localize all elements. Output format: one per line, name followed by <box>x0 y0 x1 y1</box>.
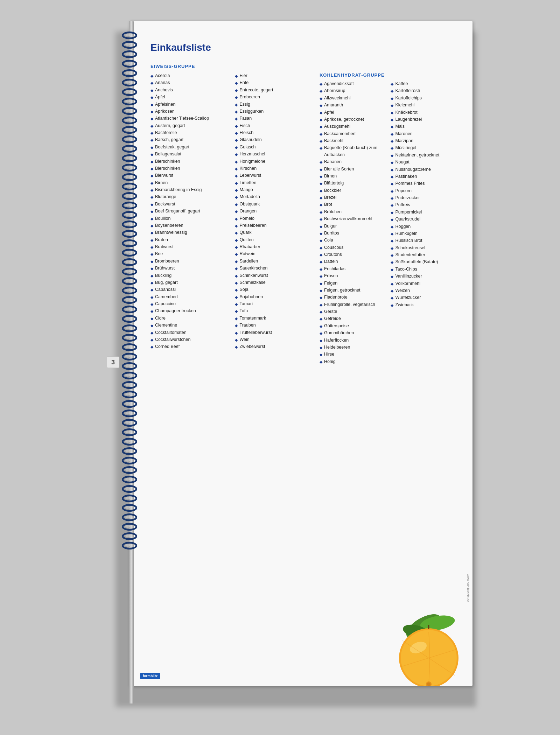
item-text: Trauben <box>239 322 309 329</box>
bullet-icon: ◆ <box>235 216 238 222</box>
list-item: ◆Bockbier <box>320 187 384 194</box>
bullet-icon: ◆ <box>150 223 153 229</box>
bullet-icon: ◆ <box>235 173 238 179</box>
bullet-icon: ◆ <box>235 137 238 143</box>
list-item: ◆Tofu <box>235 308 309 314</box>
list-item: ◆Soja <box>235 286 309 293</box>
item-text: Brezel <box>324 194 384 201</box>
tangerine-svg <box>360 606 472 686</box>
item-text: Brie <box>155 251 224 257</box>
list-item: ◆Amaranth <box>320 102 384 108</box>
list-item: ◆Kleiemehl <box>391 102 455 108</box>
list-item: ◆Anchovis <box>150 87 224 93</box>
bullet-icon: ◆ <box>235 280 238 286</box>
list-item: ◆Honigmelone <box>235 158 309 165</box>
list-item: ◆Beefsteak, gegart <box>150 144 224 150</box>
list-item: ◆Bug, gegart <box>150 279 224 286</box>
list-item: ◆Capuccino <box>150 301 224 307</box>
list-item: ◆Bulgur <box>320 223 384 230</box>
list-item: ◆Schinkenwurst <box>235 272 309 279</box>
item-text: Braten <box>155 237 224 243</box>
list-item: ◆Boysenbeeren <box>150 222 224 229</box>
item-text: Backcamembert <box>324 131 384 137</box>
item-text: Rumkugeln <box>395 230 455 237</box>
bullet-icon: ◆ <box>320 245 322 251</box>
item-text: Hirse <box>324 351 384 358</box>
list-item: ◆Puffreis <box>391 202 455 208</box>
item-text: Corned Beef <box>155 343 224 350</box>
bullet-icon: ◆ <box>150 244 153 250</box>
bullet-icon: ◆ <box>391 117 393 123</box>
list-item: ◆Blätterteig <box>320 180 384 187</box>
list-item: ◆Croutons <box>320 251 384 258</box>
item-text: Bockwurst <box>155 201 224 208</box>
list-item: ◆Glasnudeln <box>235 136 309 143</box>
list-item: ◆Nussnougatcreme <box>391 166 455 173</box>
list-item: ◆Gummibärchen <box>320 330 384 336</box>
item-text: Roggen <box>395 223 455 230</box>
bullet-icon: ◆ <box>235 88 238 93</box>
bullet-icon: ◆ <box>235 116 238 122</box>
list-item: ◆Bückling <box>150 272 224 279</box>
list-item: ◆Branntweinessig <box>150 229 224 236</box>
list-item: ◆Nektarinen, getrocknet <box>391 152 455 159</box>
list-item: ◆Ente <box>235 79 309 86</box>
bullet-icon: ◆ <box>235 330 238 336</box>
item-text: Capuccino <box>155 301 224 307</box>
list-item: ◆Enchiladas <box>320 266 384 272</box>
list-item: ◆Studentenfutter <box>391 252 455 258</box>
list-item: ◆Heidelbeeren <box>320 344 384 351</box>
item-text: Weizen <box>395 287 455 294</box>
bullet-icon: ◆ <box>235 230 238 236</box>
item-text: Popcorn <box>395 188 455 194</box>
item-text: Beefsteak, gegart <box>155 144 224 150</box>
item-text: Rotwein <box>239 251 309 257</box>
item-text: Frühlingsrolle, vegetarisch <box>324 301 384 308</box>
bullet-icon: ◆ <box>391 124 393 130</box>
list-item: ◆Honig <box>320 358 384 365</box>
list-item: ◆Brot <box>320 201 384 208</box>
list-item: ◆Rumkugeln <box>391 230 455 237</box>
list-item: ◆Corned Beef <box>150 343 224 350</box>
bullet-icon: ◆ <box>150 301 153 307</box>
bullet-icon: ◆ <box>150 230 153 236</box>
bullet-icon: ◆ <box>391 210 393 216</box>
list-item: ◆Ahornsirup <box>320 88 384 94</box>
item-text: Cidre <box>155 315 224 322</box>
item-text: Essiggurken <box>239 108 309 115</box>
item-text: Gulasch <box>239 144 309 150</box>
eiweiss-section: EIWEISS-GRUPPE ◆Acerola◆Ananas◆Anchovis◆… <box>150 64 455 365</box>
list-item: ◆Trüffelleberwurst <box>235 329 309 336</box>
bullet-icon: ◆ <box>391 217 393 223</box>
list-item: ◆Allzweckmehl <box>320 95 384 102</box>
list-item: ◆Aprikosen <box>150 108 224 115</box>
item-text: Mango <box>239 187 309 193</box>
bullet-icon: ◆ <box>391 245 393 251</box>
list-item: ◆Kartoffelrösti <box>391 88 455 94</box>
kohlenhydrat-block: KOHLENHYDRAT-GRUPPE ◆Agavendicksaft◆Ahor… <box>320 72 455 365</box>
bullet-icon: ◆ <box>150 88 153 93</box>
item-text: Ananas <box>155 79 224 86</box>
bullet-icon: ◆ <box>320 117 322 123</box>
list-item: ◆Rotwein <box>235 251 309 257</box>
bullet-icon: ◆ <box>235 337 238 343</box>
list-item: ◆Quark <box>235 229 309 236</box>
list-item: ◆Quitten <box>235 237 309 243</box>
bullet-icon: ◆ <box>235 152 238 158</box>
list-item: ◆Herzmuschel <box>235 151 309 158</box>
list-item: ◆Tamari <box>235 301 309 307</box>
bullet-icon: ◆ <box>235 244 238 250</box>
list-item: ◆Brötchen <box>320 209 384 215</box>
list-item: ◆Bananen <box>320 159 384 165</box>
list-item: ◆Weizen <box>391 287 455 294</box>
item-text: Clementine <box>155 322 224 329</box>
item-text: Feigen, getrocknet <box>324 287 384 294</box>
item-text: Bismarckhering in Essig <box>155 187 224 193</box>
list-item: ◆Mortadella <box>235 194 309 200</box>
item-text: Quitten <box>239 237 309 243</box>
bullet-icon: ◆ <box>150 152 153 158</box>
item-text: Cola <box>324 237 384 244</box>
item-text: Rhabarber <box>239 244 309 250</box>
bullet-icon: ◆ <box>391 103 393 108</box>
bullet-icon: ◆ <box>320 110 322 116</box>
